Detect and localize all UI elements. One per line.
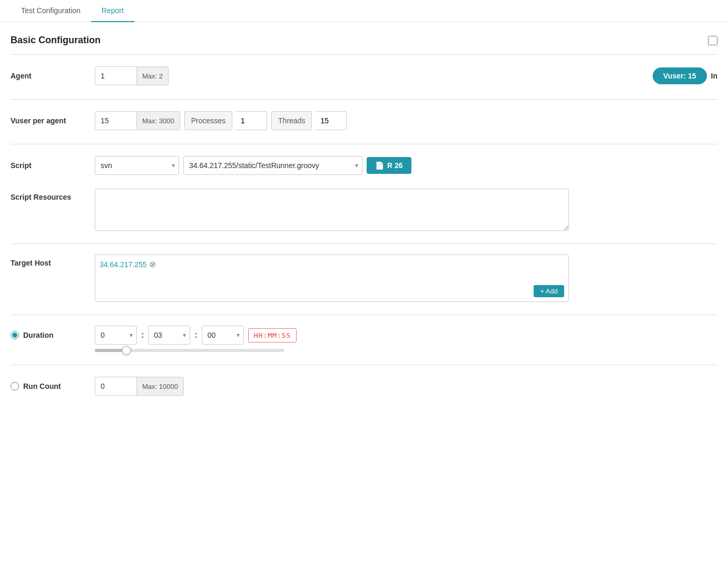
vuser-per-agent-controls: Max: 3000 Processes Threads xyxy=(95,111,717,130)
vuser-per-agent-input[interactable] xyxy=(95,111,137,130)
tabs-bar: Test Configuration Report xyxy=(0,0,728,22)
r26-label: R 26 xyxy=(387,161,403,170)
script-url-wrapper: 34.64.217.255/static/TestRunner.groovy xyxy=(183,156,362,175)
colon-1: : xyxy=(141,330,144,340)
agent-input-group: Max: 2 xyxy=(95,66,169,85)
duration-radio-label[interactable]: Duration xyxy=(11,331,95,339)
duration-label: Duration xyxy=(23,331,54,339)
section-divider xyxy=(11,54,717,55)
target-host-label: Target Host xyxy=(11,255,95,267)
vuser-button[interactable]: Vuser: 15 xyxy=(653,67,707,84)
agent-input[interactable] xyxy=(95,66,137,85)
section-title: Basic Configuration xyxy=(11,35,101,46)
host-remove-icon[interactable]: ⊗ xyxy=(149,259,156,269)
hours-select[interactable]: 0 123 xyxy=(95,326,137,345)
run-count-input[interactable] xyxy=(95,377,137,396)
duration-main-row: Duration 0 123 : 000102 030405 10152030 xyxy=(11,326,717,345)
threads-input[interactable] xyxy=(315,111,347,130)
duration-slider-row xyxy=(95,349,284,352)
agent-row: Agent Max: 2 Vuser: 15 In xyxy=(11,65,717,86)
minutes-wrapper: 000102 030405 10152030 xyxy=(148,326,190,345)
main-content: Basic Configuration Agent Max: 2 Vuser: … xyxy=(0,22,728,422)
add-host-button[interactable]: + Add xyxy=(534,285,564,297)
section-collapse-checkbox[interactable] xyxy=(708,36,717,45)
host-address: 34.64.217.255 xyxy=(100,260,147,269)
run-count-label: Run Count xyxy=(23,382,61,390)
duration-controls: 0 123 : 000102 030405 10152030 : xyxy=(95,326,297,345)
vuser-per-agent-row: Vuser per agent Max: 3000 Processes Thre… xyxy=(11,110,717,131)
resources-divider xyxy=(11,243,717,244)
target-host-divider xyxy=(11,315,717,315)
script-label: Script xyxy=(11,161,95,170)
minutes-select[interactable]: 000102 030405 10152030 xyxy=(148,326,190,345)
duration-radio[interactable] xyxy=(11,331,19,339)
target-host-row: Target Host 34.64.217.255 ⊗ + Add xyxy=(11,255,717,302)
vuser-max-badge: Max: 3000 xyxy=(137,111,180,130)
target-host-controls: 34.64.217.255 ⊗ + Add xyxy=(95,255,717,302)
script-type-wrapper: svn git local xyxy=(95,156,179,175)
colon-2: : xyxy=(194,330,197,340)
script-row: Script svn git local 34.64.217.255/stati… xyxy=(11,155,717,176)
threads-group: Threads xyxy=(271,111,347,130)
run-count-radio[interactable] xyxy=(11,382,19,390)
host-tag: 34.64.217.255 ⊗ xyxy=(100,259,156,269)
script-resources-row: Script Resources xyxy=(11,189,717,231)
r26-button[interactable]: 📄 R 26 xyxy=(367,157,411,174)
vuser-per-agent-label: Vuser per agent xyxy=(11,116,95,125)
run-count-radio-label[interactable]: Run Count xyxy=(11,382,95,390)
duration-slider[interactable] xyxy=(95,349,284,352)
agent-divider xyxy=(11,99,717,100)
vuser-input-group: Max: 3000 xyxy=(95,111,180,130)
seconds-wrapper: 001020 304050 xyxy=(202,326,244,345)
script-resources-label: Script Resources xyxy=(11,189,95,201)
script-type-select[interactable]: svn git local xyxy=(95,156,179,175)
script-resources-textarea[interactable] xyxy=(95,189,569,231)
in-label-1: In xyxy=(711,72,717,80)
script-resources-controls xyxy=(95,189,717,231)
target-host-box: 34.64.217.255 ⊗ + Add xyxy=(95,255,569,302)
duration-row: Duration 0 123 : 000102 030405 10152030 xyxy=(11,326,717,352)
file-icon: 📄 xyxy=(375,161,384,170)
run-count-input-group: Max: 10000 xyxy=(95,377,184,396)
processes-input[interactable] xyxy=(235,111,267,130)
section-header: Basic Configuration xyxy=(11,35,717,46)
hours-wrapper: 0 123 xyxy=(95,326,137,345)
run-count-row: Run Count Max: 10000 xyxy=(11,376,717,397)
duration-divider xyxy=(11,365,717,365)
tab-report[interactable]: Report xyxy=(91,0,134,22)
script-url-select[interactable]: 34.64.217.255/static/TestRunner.groovy xyxy=(183,156,362,175)
processes-group: Processes xyxy=(184,111,267,130)
run-count-controls: Max: 10000 xyxy=(95,377,717,396)
agent-controls: Max: 2 Vuser: 15 In xyxy=(95,66,717,85)
run-count-max-badge: Max: 10000 xyxy=(137,377,184,396)
agent-label: Agent xyxy=(11,72,95,80)
agent-max-badge: Max: 2 xyxy=(137,66,169,85)
vuser-divider xyxy=(11,144,717,144)
threads-label: Threads xyxy=(271,111,312,130)
tab-test-configuration[interactable]: Test Configuration xyxy=(11,0,91,22)
processes-label: Processes xyxy=(184,111,232,130)
seconds-select[interactable]: 001020 304050 xyxy=(202,326,244,345)
time-hint: HH:MM:SS xyxy=(248,328,297,343)
script-controls: svn git local 34.64.217.255/static/TestR… xyxy=(95,156,717,175)
